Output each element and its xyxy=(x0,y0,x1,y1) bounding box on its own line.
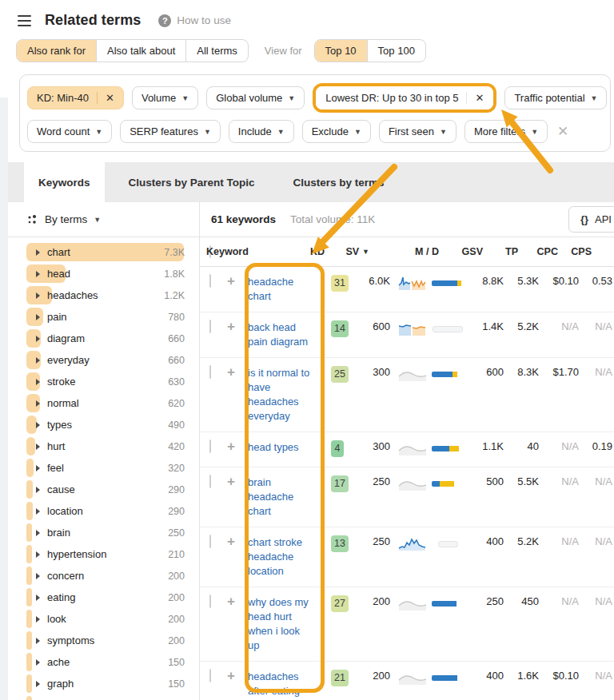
add-keyword-button[interactable]: + xyxy=(227,439,235,454)
hamburger-menu-icon[interactable] xyxy=(18,15,31,26)
sidebar-item-term[interactable]: hurt420 xyxy=(0,436,199,457)
sidebar-item-term[interactable]: types490 xyxy=(0,414,199,436)
row-checkbox[interactable] xyxy=(209,365,211,379)
add-keyword-button[interactable]: + xyxy=(227,668,235,683)
column-header-gsv[interactable]: GSV xyxy=(448,246,483,257)
sidebar-item-term[interactable]: afternoon140 xyxy=(0,694,199,700)
sidebar-item-term[interactable]: chart7.3K xyxy=(0,241,199,263)
sidebar-item-term[interactable]: pain780 xyxy=(0,306,199,328)
term-label: concern xyxy=(47,570,84,582)
remove-filter-icon[interactable]: ✕ xyxy=(97,92,114,104)
range-option-1[interactable]: Top 100 xyxy=(368,40,425,62)
filter-chip[interactable]: More filters▼ xyxy=(464,120,548,143)
keyword-cell: chart stroke headache location xyxy=(248,535,328,579)
filter-chip[interactable]: Traffic potential▼ xyxy=(504,86,607,109)
row-checkbox[interactable] xyxy=(209,595,211,608)
checkbox-cell xyxy=(209,595,227,607)
cpc-value: $0.10 xyxy=(539,670,579,682)
trend-sparkline xyxy=(398,366,427,384)
sidebar-item-term[interactable]: eating200 xyxy=(0,587,199,608)
term-volume: 210 xyxy=(168,549,185,560)
by-terms-label: By terms xyxy=(45,213,87,225)
row-checkbox[interactable] xyxy=(209,439,211,453)
row-checkbox[interactable] xyxy=(209,535,211,548)
filter-chip[interactable]: KD: Min-40✕ xyxy=(27,86,124,109)
table-header-row: Keyword KD SV ▼ M / D GSV TP CPC CPS xyxy=(200,237,614,267)
add-keyword-button[interactable]: + xyxy=(227,474,235,489)
tp-value: 450 xyxy=(504,595,539,607)
keyword-link[interactable]: head types xyxy=(248,440,313,455)
keyword-link[interactable]: headache chart xyxy=(248,275,313,304)
sidebar-item-term[interactable]: cause290 xyxy=(0,479,199,500)
term-label: normal xyxy=(47,397,79,409)
column-header-md[interactable]: M / D xyxy=(406,246,448,257)
table-row: +head types43001.1K40N/A0.19 xyxy=(200,432,614,467)
sidebar-item-term[interactable]: everyday660 xyxy=(0,349,199,371)
filter-chip[interactable]: Exclude▼ xyxy=(302,120,371,143)
filter-chip[interactable]: Word count▼ xyxy=(27,120,112,143)
column-header-sv[interactable]: SV ▼ xyxy=(334,246,369,257)
filter-chip[interactable]: Global volume▼ xyxy=(206,86,305,109)
cps-value: 0.53 xyxy=(579,275,612,287)
sidebar-item-term[interactable]: feel320 xyxy=(0,457,199,479)
row-checkbox[interactable] xyxy=(209,669,211,682)
sidebar-item-term[interactable]: look200 xyxy=(0,608,199,630)
remove-filter-icon[interactable]: ✕ xyxy=(466,92,484,104)
keyword-link[interactable]: back head pain diagram xyxy=(248,320,313,349)
add-keyword-button[interactable]: + xyxy=(227,364,235,380)
keyword-link[interactable]: why does my head hurt when i look up xyxy=(248,595,313,653)
keyword-link[interactable]: is it normal to have headaches everyday xyxy=(248,366,313,424)
add-keyword-button[interactable]: + xyxy=(227,273,235,288)
filter-chip[interactable]: SERP features▼ xyxy=(120,120,221,143)
range-option-0[interactable]: Top 10 xyxy=(315,40,368,62)
term-label: hurt xyxy=(47,440,65,452)
add-keyword-button[interactable]: + xyxy=(227,594,235,609)
column-header-cps[interactable]: CPS xyxy=(558,246,592,257)
sidebar-item-term[interactable]: head1.8K xyxy=(0,263,199,284)
mode-option-0[interactable]: Also rank for xyxy=(17,40,97,62)
sidebar-item-term[interactable]: location290 xyxy=(0,500,199,522)
tab-2[interactable]: Clusters by terms xyxy=(279,162,399,202)
clear-all-filters-icon[interactable]: ✕ xyxy=(557,123,568,140)
sidebar-item-term[interactable]: symptoms200 xyxy=(0,630,199,651)
mode-option-2[interactable]: All terms xyxy=(186,40,248,62)
term-label: chart xyxy=(47,246,70,258)
keyword-link[interactable]: headaches after eating cause for concern xyxy=(248,670,313,700)
row-checkbox[interactable] xyxy=(209,320,211,333)
sidebar-item-term[interactable]: graph150 xyxy=(0,673,199,694)
sidebar-item-term[interactable]: hypertension210 xyxy=(0,543,199,565)
filter-chip[interactable]: Include▼ xyxy=(229,120,294,143)
column-header-cpc[interactable]: CPC xyxy=(518,246,558,257)
add-keyword-button[interactable]: + xyxy=(227,534,235,549)
mode-option-1[interactable]: Also talk about xyxy=(97,40,186,62)
column-header-tp[interactable]: TP xyxy=(483,246,518,257)
column-header-keyword[interactable]: Keyword xyxy=(206,246,286,257)
filter-chip[interactable]: Lowest DR: Up to 30 in top 5✕ xyxy=(316,86,493,109)
row-checkbox[interactable] xyxy=(209,475,211,488)
group-by-icon xyxy=(27,214,38,225)
related-terms-report: Related terms ? How to use Also rank for… xyxy=(0,0,614,700)
sidebar-item-term[interactable]: headaches1.2K xyxy=(0,284,199,306)
kd-cell: 14 xyxy=(328,320,355,337)
how-to-use-link[interactable]: ? How to use xyxy=(158,14,231,27)
keyword-link[interactable]: chart stroke headache location xyxy=(248,535,313,579)
keyword-link[interactable]: brain headache chart xyxy=(248,475,313,519)
filter-chip-label: Volume xyxy=(142,92,176,104)
api-button[interactable]: {} API xyxy=(568,206,614,233)
tab-0[interactable]: Keywords xyxy=(24,162,105,202)
sidebar-item-term[interactable]: normal620 xyxy=(0,392,199,414)
filter-chip[interactable]: Volume▼ xyxy=(132,86,198,109)
add-keyword-button[interactable]: + xyxy=(227,319,235,334)
sidebar-item-term[interactable]: stroke630 xyxy=(0,371,199,392)
sidebar-item-term[interactable]: diagram660 xyxy=(0,328,199,349)
sidebar-item-term[interactable]: ache150 xyxy=(0,651,199,673)
column-header-kd[interactable]: KD xyxy=(307,246,334,257)
sidebar-item-term[interactable]: concern200 xyxy=(0,565,199,587)
sidebar-item-term[interactable]: brain250 xyxy=(0,522,199,543)
checkbox-cell xyxy=(209,366,227,378)
by-terms-dropdown[interactable]: By terms ▼ xyxy=(27,213,101,225)
row-checkbox[interactable] xyxy=(209,274,211,288)
filter-chip-label: SERP features xyxy=(130,125,198,137)
tab-1[interactable]: Clusters by Parent Topic xyxy=(114,162,269,202)
filter-chip[interactable]: First seen▼ xyxy=(379,120,457,143)
